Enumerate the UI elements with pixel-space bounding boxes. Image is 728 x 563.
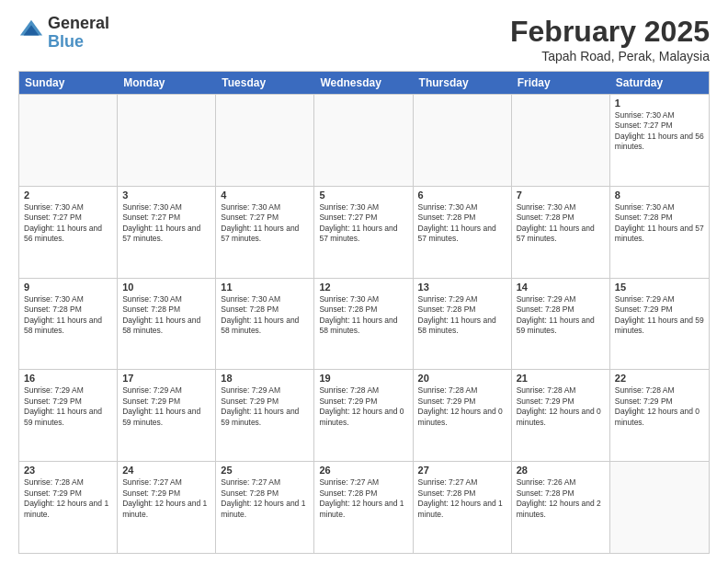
calendar-cell: 22Sunrise: 7:28 AM Sunset: 7:29 PM Dayli… — [610, 370, 709, 461]
day-info: Sunrise: 7:30 AM Sunset: 7:28 PM Dayligh… — [418, 202, 506, 245]
day-number: 13 — [418, 282, 506, 293]
calendar-cell — [216, 95, 314, 186]
calendar: SundayMondayTuesdayWednesdayThursdayFrid… — [18, 71, 710, 554]
logo-text: General Blue — [48, 15, 109, 52]
day-info: Sunrise: 7:28 AM Sunset: 7:29 PM Dayligh… — [615, 385, 704, 428]
calendar-cell — [414, 95, 512, 186]
calendar-row: 2Sunrise: 7:30 AM Sunset: 7:27 PM Daylig… — [19, 186, 709, 278]
day-info: Sunrise: 7:27 AM Sunset: 7:29 PM Dayligh… — [122, 477, 210, 520]
logo-blue-text: Blue — [48, 33, 109, 52]
calendar-cell: 13Sunrise: 7:29 AM Sunset: 7:28 PM Dayli… — [414, 279, 512, 370]
calendar-cell: 9Sunrise: 7:30 AM Sunset: 7:28 PM Daylig… — [19, 279, 118, 370]
calendar-cell: 15Sunrise: 7:29 AM Sunset: 7:29 PM Dayli… — [610, 279, 709, 370]
calendar-header-cell: Monday — [118, 72, 216, 94]
day-number: 7 — [517, 190, 605, 201]
day-number: 17 — [122, 373, 210, 384]
day-number: 18 — [221, 373, 309, 384]
calendar-cell: 23Sunrise: 7:28 AM Sunset: 7:29 PM Dayli… — [19, 462, 118, 553]
calendar-cell: 2Sunrise: 7:30 AM Sunset: 7:27 PM Daylig… — [19, 187, 118, 278]
day-info: Sunrise: 7:30 AM Sunset: 7:27 PM Dayligh… — [221, 202, 309, 245]
day-number: 23 — [24, 465, 112, 476]
calendar-header-cell: Friday — [512, 72, 610, 94]
calendar-cell: 20Sunrise: 7:28 AM Sunset: 7:29 PM Dayli… — [414, 370, 512, 461]
calendar-cell — [314, 95, 413, 186]
day-number: 28 — [517, 465, 605, 476]
day-number: 24 — [122, 465, 210, 476]
calendar-header-cell: Saturday — [610, 72, 709, 94]
calendar-header-cell: Wednesday — [314, 72, 413, 94]
day-number: 21 — [517, 373, 605, 384]
calendar-cell: 4Sunrise: 7:30 AM Sunset: 7:27 PM Daylig… — [216, 187, 314, 278]
calendar-cell: 11Sunrise: 7:30 AM Sunset: 7:28 PM Dayli… — [216, 279, 314, 370]
day-number: 25 — [221, 465, 309, 476]
title-block: February 2025 Tapah Road, Perak, Malaysi… — [510, 15, 710, 63]
calendar-cell: 1Sunrise: 7:30 AM Sunset: 7:27 PM Daylig… — [610, 95, 709, 186]
day-info: Sunrise: 7:30 AM Sunset: 7:28 PM Dayligh… — [319, 294, 407, 337]
calendar-cell: 12Sunrise: 7:30 AM Sunset: 7:28 PM Dayli… — [314, 279, 413, 370]
calendar-cell: 21Sunrise: 7:28 AM Sunset: 7:29 PM Dayli… — [512, 370, 610, 461]
logo-general-text: General — [48, 15, 109, 33]
calendar-header: SundayMondayTuesdayWednesdayThursdayFrid… — [19, 72, 709, 94]
calendar-cell — [19, 95, 118, 186]
location: Tapah Road, Perak, Malaysia — [510, 49, 710, 63]
day-info: Sunrise: 7:30 AM Sunset: 7:27 PM Dayligh… — [24, 202, 112, 245]
calendar-cell: 19Sunrise: 7:28 AM Sunset: 7:29 PM Dayli… — [314, 370, 413, 461]
day-info: Sunrise: 7:28 AM Sunset: 7:29 PM Dayligh… — [517, 385, 605, 428]
day-number: 11 — [221, 282, 309, 293]
calendar-cell: 7Sunrise: 7:30 AM Sunset: 7:28 PM Daylig… — [512, 187, 610, 278]
calendar-header-cell: Sunday — [19, 72, 118, 94]
day-number: 8 — [615, 190, 704, 201]
day-info: Sunrise: 7:29 AM Sunset: 7:29 PM Dayligh… — [24, 385, 112, 428]
day-number: 2 — [24, 190, 112, 201]
calendar-row: 16Sunrise: 7:29 AM Sunset: 7:29 PM Dayli… — [19, 369, 709, 461]
day-info: Sunrise: 7:28 AM Sunset: 7:29 PM Dayligh… — [319, 385, 407, 428]
calendar-cell: 14Sunrise: 7:29 AM Sunset: 7:28 PM Dayli… — [512, 279, 610, 370]
calendar-body: 1Sunrise: 7:30 AM Sunset: 7:27 PM Daylig… — [19, 94, 709, 553]
day-number: 12 — [319, 282, 407, 293]
day-number: 15 — [615, 282, 704, 293]
day-number: 3 — [122, 190, 210, 201]
day-info: Sunrise: 7:30 AM Sunset: 7:27 PM Dayligh… — [615, 110, 704, 153]
day-info: Sunrise: 7:30 AM Sunset: 7:27 PM Dayligh… — [122, 202, 210, 245]
calendar-cell: 25Sunrise: 7:27 AM Sunset: 7:28 PM Dayli… — [216, 462, 314, 553]
calendar-cell: 8Sunrise: 7:30 AM Sunset: 7:28 PM Daylig… — [610, 187, 709, 278]
day-info: Sunrise: 7:30 AM Sunset: 7:28 PM Dayligh… — [122, 294, 210, 337]
day-number: 1 — [615, 98, 704, 109]
calendar-header-cell: Thursday — [414, 72, 512, 94]
day-info: Sunrise: 7:27 AM Sunset: 7:28 PM Dayligh… — [221, 477, 309, 520]
calendar-cell: 28Sunrise: 7:26 AM Sunset: 7:28 PM Dayli… — [512, 462, 610, 553]
calendar-cell — [118, 95, 216, 186]
day-number: 14 — [517, 282, 605, 293]
calendar-cell: 3Sunrise: 7:30 AM Sunset: 7:27 PM Daylig… — [118, 187, 216, 278]
day-info: Sunrise: 7:30 AM Sunset: 7:28 PM Dayligh… — [221, 294, 309, 337]
day-number: 6 — [418, 190, 506, 201]
day-info: Sunrise: 7:28 AM Sunset: 7:29 PM Dayligh… — [24, 477, 112, 520]
day-info: Sunrise: 7:27 AM Sunset: 7:28 PM Dayligh… — [418, 477, 506, 520]
day-info: Sunrise: 7:30 AM Sunset: 7:28 PM Dayligh… — [615, 202, 704, 245]
day-number: 26 — [319, 465, 407, 476]
day-info: Sunrise: 7:30 AM Sunset: 7:28 PM Dayligh… — [24, 294, 112, 337]
day-number: 16 — [24, 373, 112, 384]
day-number: 10 — [122, 282, 210, 293]
calendar-row: 23Sunrise: 7:28 AM Sunset: 7:29 PM Dayli… — [19, 461, 709, 553]
day-info: Sunrise: 7:28 AM Sunset: 7:29 PM Dayligh… — [418, 385, 506, 428]
calendar-cell: 26Sunrise: 7:27 AM Sunset: 7:28 PM Dayli… — [314, 462, 413, 553]
day-info: Sunrise: 7:30 AM Sunset: 7:27 PM Dayligh… — [319, 202, 407, 245]
day-info: Sunrise: 7:30 AM Sunset: 7:28 PM Dayligh… — [517, 202, 605, 245]
logo-icon — [18, 17, 44, 42]
day-number: 27 — [418, 465, 506, 476]
calendar-cell: 6Sunrise: 7:30 AM Sunset: 7:28 PM Daylig… — [414, 187, 512, 278]
calendar-cell — [610, 462, 709, 553]
calendar-cell: 18Sunrise: 7:29 AM Sunset: 7:29 PM Dayli… — [216, 370, 314, 461]
day-number: 5 — [319, 190, 407, 201]
day-info: Sunrise: 7:29 AM Sunset: 7:28 PM Dayligh… — [418, 294, 506, 337]
calendar-row: 9Sunrise: 7:30 AM Sunset: 7:28 PM Daylig… — [19, 278, 709, 370]
day-info: Sunrise: 7:29 AM Sunset: 7:28 PM Dayligh… — [517, 294, 605, 337]
day-number: 4 — [221, 190, 309, 201]
calendar-row: 1Sunrise: 7:30 AM Sunset: 7:27 PM Daylig… — [19, 94, 709, 186]
header: General Blue February 2025 Tapah Road, P… — [18, 15, 710, 63]
calendar-header-cell: Tuesday — [216, 72, 314, 94]
day-number: 9 — [24, 282, 112, 293]
calendar-cell: 24Sunrise: 7:27 AM Sunset: 7:29 PM Dayli… — [118, 462, 216, 553]
page: General Blue February 2025 Tapah Road, P… — [0, 0, 728, 563]
